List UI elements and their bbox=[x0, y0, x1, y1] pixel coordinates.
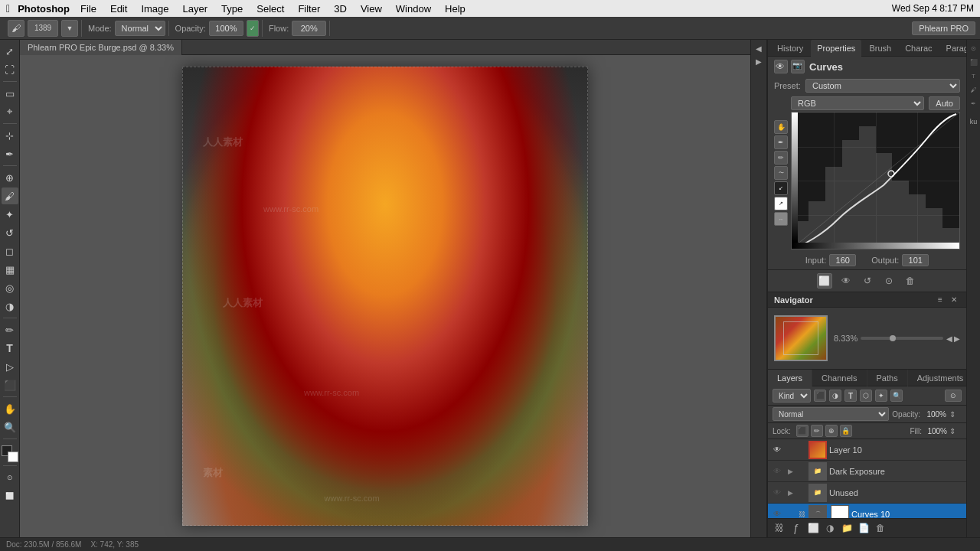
layer-visibility-darkexp[interactable]: 👁 bbox=[771, 465, 783, 478]
flow-input[interactable] bbox=[292, 21, 326, 36]
auto-button[interactable]: Auto bbox=[929, 96, 960, 110]
menu-type[interactable]: Type bbox=[215, 2, 249, 16]
filter-adjust-icon[interactable]: ◑ bbox=[829, 390, 841, 402]
layer-item-curves10[interactable]: 👁 ⛓ ⌒ Curves 10 bbox=[768, 504, 966, 518]
color-swatches[interactable] bbox=[2, 445, 18, 462]
view-previous-icon[interactable]: 👁 bbox=[838, 273, 854, 289]
hand-curves-icon[interactable]: ✋ bbox=[774, 120, 788, 134]
tab-channels[interactable]: Channels bbox=[812, 370, 867, 386]
screen-mode-tool[interactable]: ⬜ bbox=[2, 487, 18, 504]
tab-properties[interactable]: Properties bbox=[811, 40, 861, 57]
filter-smart-icon[interactable]: ✦ bbox=[875, 390, 887, 402]
right-strip-icon-3[interactable]: T bbox=[969, 70, 979, 81]
move-tool[interactable]: ⤢ bbox=[2, 43, 18, 60]
layer-arrow-unused[interactable]: ▶ bbox=[786, 489, 795, 497]
healing-tool[interactable]: ⊕ bbox=[2, 169, 18, 186]
zoom-tool[interactable]: 🔍 bbox=[2, 419, 18, 435]
menu-select[interactable]: Select bbox=[250, 2, 290, 16]
expand-properties-icon[interactable]: ◀ bbox=[753, 43, 764, 54]
zoom-in-icon[interactable]: ▶ bbox=[954, 334, 960, 343]
right-strip-icon-5[interactable]: ✒ bbox=[969, 98, 979, 109]
text-tool[interactable]: T bbox=[2, 340, 18, 357]
layer-arrow-darkexp[interactable]: ▶ bbox=[786, 468, 795, 475]
eyedropper-tool[interactable]: ✒ bbox=[2, 145, 18, 162]
hand-tool[interactable]: ✋ bbox=[2, 400, 18, 417]
zoom-out-icon[interactable]: ◀ bbox=[946, 334, 952, 343]
layer-visibility-curves10[interactable]: 👁 bbox=[771, 508, 783, 519]
input-value[interactable] bbox=[829, 254, 856, 266]
tab-paths[interactable]: Paths bbox=[867, 370, 908, 386]
toggle-visibility-icon[interactable]: ⊙ bbox=[881, 273, 897, 289]
brush-tool-icon[interactable]: 🖌 bbox=[8, 20, 24, 37]
curves-eyeball-icon[interactable]: 👁 bbox=[774, 60, 788, 73]
tab-charac[interactable]: Charac bbox=[899, 40, 938, 57]
quick-mask-tool[interactable]: ⊙ bbox=[2, 469, 18, 486]
fill-arrows-icon[interactable]: ⇕ bbox=[949, 425, 962, 437]
add-mask-icon[interactable]: ⬜ bbox=[806, 521, 820, 535]
background-color[interactable] bbox=[8, 452, 18, 462]
gradient-tool[interactable]: ▦ bbox=[2, 261, 18, 278]
tab-brush[interactable]: Brush bbox=[863, 40, 897, 57]
layer-item-layer10[interactable]: 👁 Layer 10 bbox=[768, 439, 966, 461]
menu-image[interactable]: Image bbox=[135, 2, 175, 16]
artboard-tool[interactable]: ⛶ bbox=[2, 61, 18, 78]
shape-tool[interactable]: ⬛ bbox=[2, 377, 18, 393]
blur-tool[interactable]: ◎ bbox=[2, 279, 18, 296]
preset-select[interactable]: Custom bbox=[805, 79, 960, 93]
menu-view[interactable]: View bbox=[354, 2, 388, 16]
layer-item-unused[interactable]: 👁 ▶ 📁 Unused bbox=[768, 482, 966, 504]
right-strip-ku[interactable]: ku bbox=[969, 116, 979, 127]
black-point-icon[interactable]: ↙ bbox=[774, 181, 788, 195]
eraser-tool[interactable]: ◻ bbox=[2, 243, 18, 259]
layer-filter-toggle[interactable]: ⊙ bbox=[945, 390, 962, 402]
menu-edit[interactable]: Edit bbox=[104, 2, 133, 16]
menu-filter[interactable]: Filter bbox=[292, 2, 326, 16]
navigator-thumbnail[interactable] bbox=[774, 315, 828, 361]
filter-shape-icon[interactable]: ⬡ bbox=[860, 390, 872, 402]
white-point-icon[interactable]: ↗ bbox=[774, 197, 788, 210]
pen-tool[interactable]: ✏ bbox=[2, 321, 18, 338]
tab-adjustments[interactable]: Adjustments bbox=[908, 370, 966, 386]
layer-visibility-unused[interactable]: 👁 bbox=[771, 487, 783, 499]
brush-tool[interactable]: 🖌 bbox=[2, 187, 18, 204]
layer-visibility-layer10[interactable]: 👁 bbox=[771, 444, 783, 456]
new-layer-icon[interactable]: 📄 bbox=[857, 521, 871, 535]
path-select-tool[interactable]: ▷ bbox=[2, 358, 18, 375]
crop-tool[interactable]: ⊹ bbox=[2, 127, 18, 144]
pencil-curves-icon[interactable]: ✏ bbox=[774, 151, 788, 165]
zoom-slider[interactable] bbox=[861, 337, 943, 340]
dodge-tool[interactable]: ◑ bbox=[2, 298, 18, 315]
marquee-tool[interactable]: ▭ bbox=[2, 85, 18, 102]
new-group-icon[interactable]: 📁 bbox=[840, 521, 854, 535]
delete-layer-icon[interactable]: 🗑 bbox=[874, 521, 887, 535]
blend-mode-select[interactable]: Normal bbox=[773, 407, 889, 421]
eyedropper-curves-icon[interactable]: ✒ bbox=[774, 135, 788, 149]
smooth-curves-icon[interactable]: 〜 bbox=[774, 166, 788, 180]
workspace-label[interactable]: Phlearn PRO bbox=[912, 21, 975, 35]
right-strip-icon-4[interactable]: 🖌 bbox=[969, 84, 979, 95]
new-adjustment-icon[interactable]: ◑ bbox=[823, 521, 837, 535]
filter-pixel-icon[interactable]: ⬛ bbox=[814, 390, 826, 402]
mode-select[interactable]: Normal bbox=[115, 21, 165, 36]
layer-item-darkexp[interactable]: 👁 ▶ 📁 Dark Exposure bbox=[768, 461, 966, 482]
opacity-toggle[interactable]: ✓ bbox=[247, 20, 259, 37]
reset-icon[interactable]: ↺ bbox=[860, 273, 875, 289]
right-strip-icon-1[interactable]: ⊙ bbox=[969, 43, 979, 54]
clone-stamp-tool[interactable]: ✦ bbox=[2, 206, 18, 223]
document-canvas[interactable]: 人人素材 www.rr-sc.com 人人素材 www.rr-sc.com 素材… bbox=[182, 67, 588, 526]
document-tab[interactable]: Phlearn PRO Epic Burge.psd @ 8.33% bbox=[20, 40, 182, 55]
tab-layers[interactable]: Layers bbox=[768, 370, 812, 386]
tab-history[interactable]: History bbox=[771, 40, 809, 57]
curves-camera-icon[interactable]: 📷 bbox=[791, 60, 805, 73]
opacity-input[interactable] bbox=[209, 21, 243, 36]
filter-type-icon[interactable]: T bbox=[844, 390, 857, 402]
delete-icon[interactable]: 🗑 bbox=[903, 273, 918, 289]
lock-position-icon[interactable]: ✏ bbox=[811, 425, 823, 437]
lock-pixels-icon[interactable]: ⬛ bbox=[796, 425, 808, 437]
clip-to-layer-icon[interactable]: ⬜ bbox=[817, 273, 832, 289]
nav-close-icon[interactable]: ✕ bbox=[948, 294, 960, 306]
lock-artboard-icon[interactable]: ⊕ bbox=[825, 425, 838, 437]
curves-graph[interactable] bbox=[791, 112, 960, 249]
menu-3d[interactable]: 3D bbox=[328, 2, 353, 16]
menu-file[interactable]: File bbox=[74, 2, 103, 16]
